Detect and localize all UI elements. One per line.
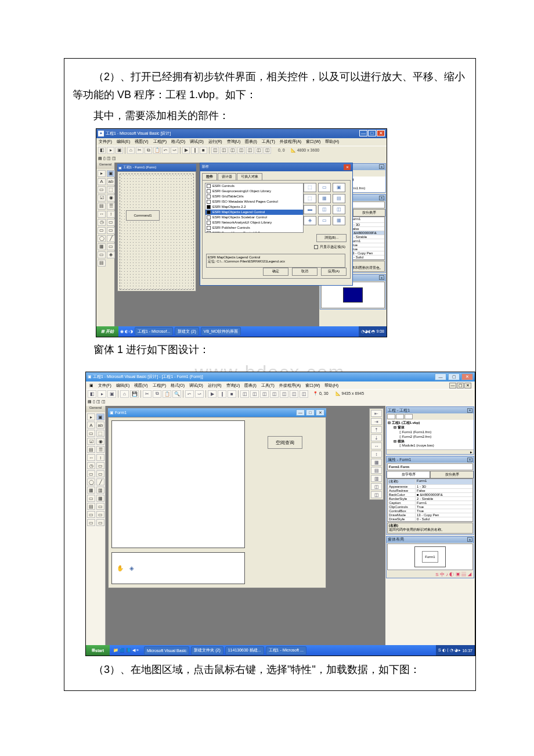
maximize-button[interactable]: □ [368, 130, 376, 136]
tool-icon[interactable]: ◫ [264, 147, 271, 154]
tool-icon[interactable]: ⌂ [120, 390, 129, 398]
maximize-button[interactable]: □ [306, 409, 315, 416]
tree-node[interactable]: ▯ Module1 (ruoye.bas) [399, 444, 472, 448]
pointer-tool-icon[interactable]: ▸ [98, 170, 106, 177]
menu-item[interactable]: 查询(U) [227, 139, 241, 145]
minimize-button[interactable]: — [359, 130, 367, 136]
button-tool-icon[interactable]: ⬚ [107, 186, 115, 193]
tool-icon[interactable]: ◫ [300, 390, 308, 398]
apply-button[interactable]: 应用(A) [321, 268, 347, 276]
stop-icon[interactable]: ■ [200, 147, 207, 154]
tool-icon[interactable]: ◫ [211, 147, 219, 154]
menu-item[interactable]: 工具(T) [262, 139, 275, 145]
tool-icon[interactable]: ⤻ [171, 147, 178, 154]
tool-icon[interactable]: ◈ [129, 565, 134, 571]
hscroll-tool-icon[interactable]: ↔ [98, 211, 106, 218]
textbox-tool-icon[interactable]: ab [96, 422, 104, 429]
map-tool-icon[interactable]: ◈ [107, 251, 115, 258]
menu-item[interactable]: 图表(I) [245, 139, 257, 145]
close-button[interactable]: ✕ [377, 130, 385, 136]
browse-button[interactable]: 浏览(B)... [316, 234, 347, 242]
property-row[interactable]: Appearance1 - 3D [388, 485, 472, 489]
property-row[interactable]: (名称)Form1 [388, 479, 472, 485]
image-tool-icon[interactable]: ▦ [98, 243, 106, 250]
taskbar-button[interactable]: 工程1 - Microsof... [135, 327, 173, 336]
pause-icon[interactable]: ‖ [218, 390, 226, 398]
menu-item[interactable]: 查询(U) [226, 383, 240, 388]
tool-icon[interactable]: ◫ [220, 147, 228, 154]
tool-icon[interactable]: ▸ [107, 147, 114, 154]
tool-icon[interactable]: ▤ [98, 156, 102, 161]
component-item[interactable]: ESRI GeoprocessingUI Object Library [205, 189, 303, 194]
label-tool-icon[interactable]: A [87, 422, 95, 429]
combobox-tool-icon[interactable]: ▤ [98, 203, 106, 210]
tree-node[interactable]: ▯ Form1 (Form1.frm) [399, 430, 472, 435]
ole-tool-icon[interactable]: ▭ [98, 251, 106, 258]
vscroll-tool-icon[interactable]: ↕ [107, 211, 115, 218]
tool-icon[interactable]: ▤ [88, 399, 92, 404]
form-canvas[interactable]: 空间查询 ✋ ◈ [108, 417, 326, 588]
ole-tool-icon[interactable]: ▭ [87, 495, 95, 502]
pointer-tool-icon[interactable]: ▸ [87, 413, 95, 420]
panel-close-icon[interactable]: × [379, 275, 384, 280]
tool-icon[interactable]: ⤻ [195, 390, 204, 398]
tool-icon[interactable]: ◫ [112, 156, 116, 161]
menu-item[interactable]: 工程(P) [153, 139, 167, 145]
menu-item[interactable]: 运行(R) [208, 139, 222, 145]
checkbox-tool-icon[interactable]: ☑ [98, 195, 106, 201]
tab-categorized[interactable]: 按分类序 [353, 209, 385, 217]
tool-icon[interactable]: ✋ [117, 565, 124, 571]
menu-item[interactable]: 窗口(W) [305, 383, 320, 388]
extra-tool-icon[interactable]: ▭ [87, 519, 95, 526]
tool-icon[interactable]: ⧉ [145, 147, 152, 154]
view-code-icon[interactable] [387, 414, 395, 419]
map-control[interactable] [111, 420, 245, 548]
taskbar-button[interactable]: 工程1 - Microsoft ... [266, 646, 306, 655]
property-grid[interactable]: (名称)Form1Appearance1 - 3DAutoRedrawFalse… [387, 478, 473, 522]
textbox-tool-icon[interactable]: ab [107, 178, 115, 185]
data-tool-icon[interactable]: ▭ [107, 243, 115, 250]
align-icon[interactable]: ▥ [371, 475, 382, 482]
tree-node[interactable]: ▯ Form2 (Form2.frm) [399, 435, 472, 440]
command-button[interactable]: Command1 [126, 210, 160, 221]
line-tool-icon[interactable]: ╱ [96, 478, 104, 485]
radio-tool-icon[interactable]: ◉ [96, 438, 104, 445]
menu-item[interactable]: 运行(R) [208, 383, 222, 388]
taskbar-button[interactable]: VB_MO软件的界面 [201, 327, 241, 336]
tool-icon[interactable]: ◫ [107, 156, 111, 161]
align-icon[interactable]: ↕ [371, 451, 382, 458]
extra-tool-icon[interactable]: ▭ [96, 519, 104, 526]
frame-tool-icon[interactable]: ▭ [87, 430, 95, 437]
drive-tool-icon[interactable]: ▭ [107, 219, 115, 226]
align-icon[interactable]: ⇥ [371, 418, 382, 425]
picture-tool-icon[interactable]: ▣ [96, 413, 104, 420]
vscroll-tool-icon[interactable]: ↕ [96, 454, 104, 461]
mdi-close-button[interactable]: ✕ [464, 383, 471, 388]
tool-icon[interactable]: ◫ [246, 147, 254, 154]
pause-icon[interactable]: ‖ [191, 147, 199, 154]
tool-icon[interactable]: ◫ [237, 147, 245, 154]
radio-tool-icon[interactable]: ◉ [107, 195, 115, 201]
menu-item[interactable]: 文件(F) [99, 139, 112, 145]
align-icon[interactable]: ◫ [371, 483, 382, 490]
panel-close-icon[interactable]: × [379, 164, 384, 169]
taskbar-button[interactable]: 新建文件夹 (2) [191, 646, 223, 655]
tool-icon[interactable]: 💾 [130, 390, 139, 398]
tab-controls[interactable]: 控件 [202, 173, 217, 180]
taskbar-button[interactable]: Microsoft Visual Basic [144, 646, 189, 655]
hscroll-tool-icon[interactable]: ↔ [87, 454, 95, 461]
menu-item[interactable]: 窗口(W) [306, 139, 320, 145]
label-tool-icon[interactable]: A [98, 178, 106, 185]
object-selector[interactable]: Form1 Form [387, 463, 473, 470]
minimize-button[interactable]: — [435, 373, 446, 380]
dialog-close-button[interactable]: ✕ [344, 164, 351, 170]
mdi-restore-button[interactable]: ▢ [457, 383, 464, 388]
checkbox-tool-icon[interactable]: ☑ [87, 438, 95, 445]
tool-icon[interactable]: ✂ [143, 390, 151, 398]
panel-close-icon[interactable]: × [467, 537, 472, 542]
tool-icon[interactable]: ⤺ [185, 390, 194, 398]
data-tool-icon[interactable]: ▥ [96, 487, 104, 494]
shape-tool-icon[interactable]: ◯ [87, 478, 95, 485]
image-tool-icon[interactable]: ▦ [87, 487, 95, 494]
property-row[interactable]: ControlBoxTrue [388, 509, 472, 513]
